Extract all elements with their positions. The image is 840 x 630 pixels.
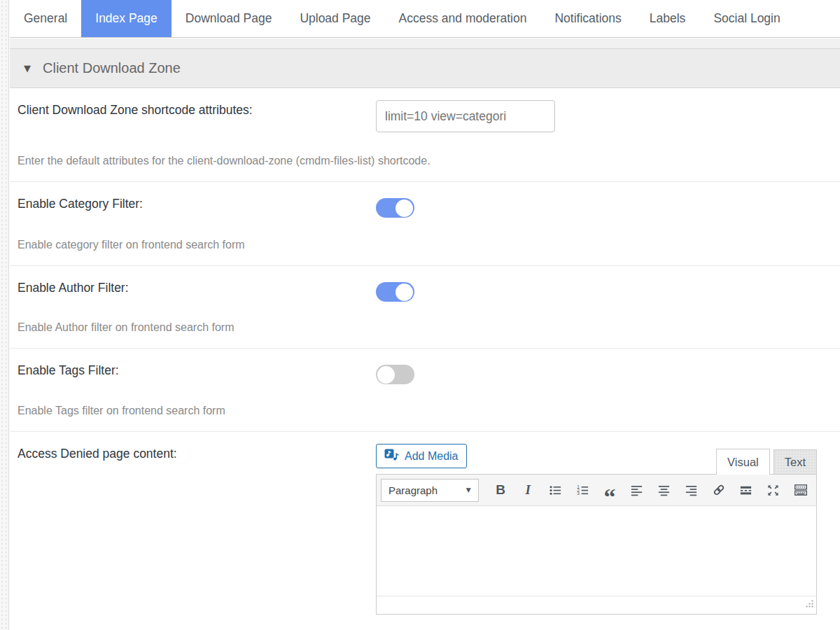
italic-icon: I — [525, 482, 530, 498]
bold-button[interactable]: B — [489, 479, 512, 502]
align-center-button[interactable] — [652, 479, 676, 502]
fullscreen-button[interactable] — [762, 479, 785, 502]
spacer-strip — [10, 38, 840, 48]
numbered-list-icon: 123 — [576, 484, 589, 497]
add-media-label: Add Media — [405, 450, 458, 463]
add-media-icon — [384, 449, 399, 464]
paragraph-format-dropdown[interactable]: Paragraph ▼ — [381, 479, 479, 502]
read-more-button[interactable] — [734, 479, 757, 502]
tab-notifications[interactable]: Notifications — [540, 0, 635, 37]
tab-social-login[interactable]: Social Login — [699, 0, 794, 37]
editor-media-row: Add Media Visual Text — [376, 443, 817, 474]
setting-label: Access Denied page content: — [18, 447, 177, 461]
editor-tab-text[interactable]: Text — [774, 449, 817, 474]
link-icon — [712, 483, 726, 497]
fullscreen-icon — [766, 484, 780, 497]
blockquote-button[interactable]: “ — [598, 479, 622, 502]
align-right-button[interactable] — [680, 479, 703, 502]
setting-help-text: Enable category filter on frontend searc… — [18, 239, 245, 251]
setting-label: Client Download Zone shortcode attribute… — [18, 103, 253, 118]
numbered-list-button[interactable]: 123 — [571, 479, 594, 502]
setting-row-enable-tags-filter: Enable Tags Filter: Enable Tags filter o… — [10, 349, 840, 432]
align-left-button[interactable] — [625, 479, 648, 502]
settings-page: General Index Page Download Page Upload … — [0, 0, 840, 630]
bold-icon: B — [496, 482, 505, 498]
tab-general[interactable]: General — [10, 0, 81, 37]
setting-row-enable-author-filter: Enable Author Filter: Enable Author filt… — [10, 266, 840, 349]
editor-statusbar — [377, 596, 816, 614]
keyboard-icon — [794, 483, 808, 497]
align-left-icon — [630, 484, 643, 497]
tab-download-page[interactable]: Download Page — [172, 0, 286, 37]
setting-label: Enable Author Filter: — [18, 281, 129, 295]
category-filter-toggle[interactable] — [376, 198, 414, 218]
insert-link-button[interactable] — [707, 479, 730, 502]
align-center-icon — [657, 484, 671, 497]
setting-help-text: Enable Author filter on frontend search … — [18, 321, 234, 334]
setting-label: Enable Tags Filter: — [18, 363, 119, 378]
setting-label: Enable Category Filter: — [18, 197, 143, 211]
tab-upload-page[interactable]: Upload Page — [286, 0, 384, 37]
tags-filter-toggle[interactable] — [376, 365, 414, 384]
italic-button[interactable]: I — [517, 479, 540, 502]
toggle-knob — [396, 200, 413, 217]
collapse-triangle-icon: ▼ — [24, 63, 31, 74]
settings-content: Client Download Zone shortcode attribute… — [10, 88, 840, 630]
bullet-list-button[interactable] — [544, 479, 567, 502]
toggle-knob — [377, 366, 395, 384]
wp-editor: Add Media Visual Text Paragraph ▼ B — [376, 443, 817, 615]
setting-help-text: Enable Tags filter on frontend search fo… — [18, 405, 225, 417]
shortcode-attributes-input[interactable] — [376, 100, 555, 132]
tab-labels[interactable]: Labels — [636, 0, 700, 37]
editor-content[interactable] — [377, 506, 816, 596]
editor-toolbar: Paragraph ▼ B I 123 “ — [377, 475, 816, 506]
bullet-list-icon — [549, 484, 562, 497]
setting-row-shortcode-attributes: Client Download Zone shortcode attribute… — [10, 88, 840, 182]
editor-frame: Paragraph ▼ B I 123 “ — [376, 474, 817, 615]
left-gutter — [0, 0, 9, 630]
setting-row-access-denied-content: Access Denied page content: — [10, 432, 840, 630]
chevron-down-icon: ▼ — [466, 486, 471, 493]
setting-row-enable-category-filter: Enable Category Filter: Enable category … — [10, 182, 840, 266]
setting-help-text: Enter the default attributes for the cli… — [18, 155, 430, 167]
settings-tabbar: General Index Page Download Page Upload … — [10, 0, 840, 38]
add-media-button[interactable]: Add Media — [376, 444, 467, 468]
author-filter-toggle[interactable] — [376, 282, 414, 302]
svg-text:3: 3 — [577, 491, 580, 496]
editor-mode-tabs: Visual Text — [716, 449, 817, 474]
section-header-client-download-zone[interactable]: ▼ Client Download Zone — [10, 48, 840, 88]
toggle-knob — [396, 284, 413, 301]
resize-grip-icon[interactable] — [805, 599, 814, 612]
read-more-icon — [739, 484, 752, 497]
align-right-icon — [685, 484, 698, 497]
editor-tab-visual[interactable]: Visual — [716, 449, 770, 475]
tab-access-and-moderation[interactable]: Access and moderation — [385, 0, 541, 37]
tab-index-page[interactable]: Index Page — [81, 0, 172, 37]
keyboard-shortcuts-button[interactable] — [789, 479, 812, 502]
paragraph-format-label: Paragraph — [388, 484, 438, 496]
section-title: Client Download Zone — [43, 60, 181, 76]
